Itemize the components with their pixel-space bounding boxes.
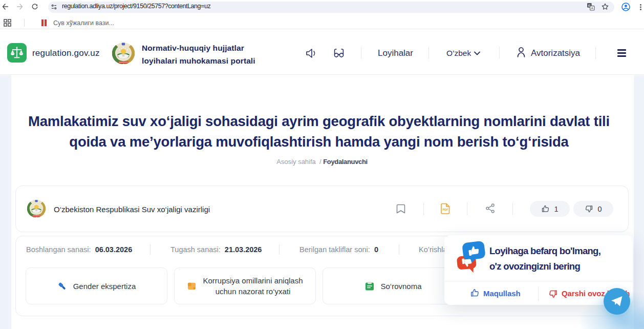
svg-text:A: A (591, 7, 593, 10)
svg-text:PDF: PDF (443, 208, 449, 211)
